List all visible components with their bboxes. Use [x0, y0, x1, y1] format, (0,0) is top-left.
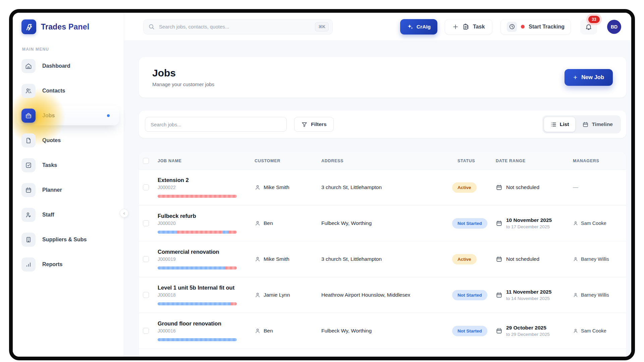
table-row[interactable]: Extension —	[139, 349, 626, 357]
row-checkbox[interactable]	[143, 220, 149, 226]
craig-ai-button[interactable]: CrAIg	[400, 19, 437, 35]
manager-name: Barney Willis	[581, 292, 609, 298]
sidebar-item-quotes[interactable]: Quotes	[17, 131, 119, 150]
sidebar-item-label: Tasks	[42, 162, 57, 168]
job-progress-bar	[158, 302, 237, 305]
search-shortcut-kbd: ⌘K	[315, 22, 329, 32]
jobs-search	[145, 117, 287, 132]
sidebar-item-label: Suppliers & Subs	[42, 237, 87, 243]
status-cell: Not Started	[452, 218, 496, 229]
tracking-label: Start Tracking	[529, 24, 565, 30]
address-text: Heathrow Airport Hounslow, Middlesex	[321, 292, 410, 298]
topbar: ⌘K CrAIg Task	[124, 13, 631, 41]
add-task-button[interactable]: Task	[445, 19, 492, 35]
date-secondary: to 17 December 2025	[506, 224, 552, 229]
managers-cell: Sam Cooke	[573, 328, 626, 334]
filters-button[interactable]: Filters	[294, 117, 334, 132]
plus-icon: +	[573, 74, 577, 81]
person-icon	[573, 328, 578, 334]
person-icon	[573, 292, 578, 298]
view-timeline-label: Timeline	[592, 121, 613, 127]
task-label: Task	[473, 24, 485, 30]
sidebar-item-planner[interactable]: Planner	[17, 180, 119, 200]
person-icon	[573, 221, 578, 226]
new-job-button[interactable]: + New Job	[565, 69, 613, 86]
customer-cell: Ben	[255, 328, 321, 334]
date-primary: Not scheduled	[506, 184, 539, 190]
managers-cell: Barney Willis	[573, 292, 626, 298]
date-primary: 29 October 2025	[506, 325, 550, 331]
sidebar-item-tasks[interactable]: Tasks	[17, 156, 119, 175]
recording-dot	[521, 25, 525, 28]
customer-cell: Ben	[255, 220, 321, 226]
date-primary: Not scheduled	[506, 256, 539, 262]
managers-cell: Barney Willis	[573, 256, 626, 262]
sidebar-item-label: Staff	[42, 212, 54, 218]
date-primary: 11 November 2025	[506, 289, 551, 295]
status-badge: Active	[452, 254, 477, 264]
view-list-tab[interactable]: List	[544, 117, 576, 132]
customer-name: Mike Smith	[264, 256, 289, 262]
sidebar-item-jobs[interactable]: Jobs	[17, 106, 119, 125]
briefcase-icon	[21, 109, 36, 123]
jobs-toolbar-card: Filters List Timeline	[139, 111, 626, 138]
select-all-checkbox[interactable]	[143, 158, 149, 164]
jobs-search-input[interactable]	[145, 117, 287, 132]
manager-name: Sam Cooke	[581, 328, 606, 334]
sidebar-nav: Dashboard Contacts Jobs Quotes	[13, 56, 124, 274]
sidebar-item-staff[interactable]: Staff	[17, 205, 119, 225]
status-cell: Active	[452, 254, 496, 264]
table-row[interactable]: Extension 2 J000022 Mike Smith 3 church …	[139, 169, 626, 205]
sidebar-item-suppliers[interactable]: Suppliers & Subs	[17, 230, 119, 249]
column-header-date-range: Date Range	[496, 159, 573, 163]
avatar[interactable]: BD	[607, 20, 621, 34]
sidebar-item-label: Jobs	[42, 113, 55, 119]
person-icon	[255, 184, 261, 190]
row-checkbox[interactable]	[143, 328, 149, 334]
global-search-input[interactable]	[143, 19, 333, 35]
table-row[interactable]: Commercial renovation J000019 Mike Smith…	[139, 241, 626, 277]
table-row[interactable]: Ground floor renovation J000016 Ben Fulb…	[139, 313, 626, 349]
row-checkbox[interactable]	[143, 256, 149, 262]
row-checkbox[interactable]	[143, 184, 149, 190]
clipboard-icon	[462, 23, 469, 30]
new-job-label: New Job	[581, 74, 604, 80]
table-row[interactable]: Fulbeck refurb J000020 Ben Fulbeck Wy, W…	[139, 205, 626, 241]
job-name: Level 1 unit 5b Internal fit out	[158, 285, 255, 291]
bar-chart-icon	[21, 257, 36, 272]
job-name: Commercial renovation	[158, 249, 255, 255]
brand-name: Trades Panel	[41, 22, 89, 32]
notification-count-badge: 33	[588, 16, 600, 23]
sidebar-item-contacts[interactable]: Contacts	[17, 81, 119, 101]
view-toggle: List Timeline	[542, 115, 621, 133]
customer-name: Jamie Lynn	[264, 292, 290, 298]
unread-dot	[107, 114, 110, 117]
address-text: 3 church St, Littlehampton	[321, 256, 382, 262]
global-search: ⌘K	[143, 19, 333, 35]
clock-icon	[507, 22, 517, 32]
person-icon	[573, 256, 578, 262]
address-text: Fulbeck Wy, Worthing	[321, 220, 372, 226]
row-checkbox[interactable]	[143, 292, 149, 298]
sidebar-item-dashboard[interactable]: Dashboard	[17, 56, 119, 76]
status-badge: Not Started	[452, 218, 487, 229]
job-name: Fulbeck refurb	[158, 213, 255, 219]
sidebar-collapse-button[interactable]: ‹	[120, 209, 128, 218]
sidebar-item-reports[interactable]: Reports	[17, 255, 119, 274]
column-header-managers: Managers	[573, 159, 626, 163]
filters-label: Filters	[311, 121, 327, 127]
job-code: J000018	[158, 292, 255, 298]
address-cell: Fulbeck Wy, Worthing	[321, 328, 452, 334]
start-tracking-button[interactable]: Start Tracking	[500, 19, 571, 35]
brand[interactable]: Trades Panel	[13, 13, 124, 41]
calendar-icon	[496, 184, 502, 191]
status-cell: Not Started	[452, 290, 496, 300]
sidebar-section-label: MAIN MENU	[22, 47, 124, 52]
date-range-cell: Not scheduled	[496, 256, 573, 262]
notifications-button[interactable]: 33	[580, 19, 597, 35]
table-row[interactable]: Level 1 unit 5b Internal fit out J000018…	[139, 277, 626, 313]
contacts-icon	[21, 84, 36, 98]
calendar-icon	[582, 121, 589, 128]
view-timeline-tab[interactable]: Timeline	[576, 117, 619, 132]
date-range-cell: 11 November 2025 to 14 November 2025	[496, 289, 573, 301]
